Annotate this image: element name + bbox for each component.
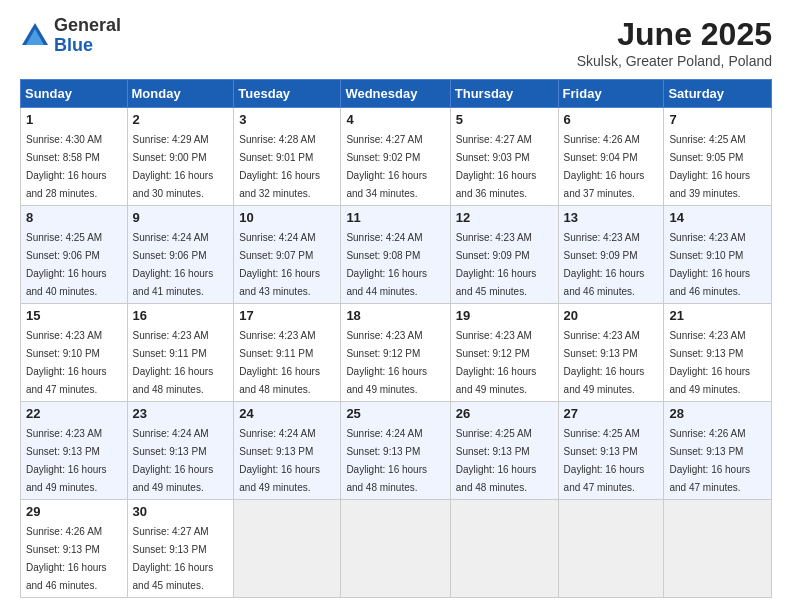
table-row: 24 Sunrise: 4:24 AMSunset: 9:13 PMDaylig… — [234, 402, 341, 500]
table-row: 6 Sunrise: 4:26 AMSunset: 9:04 PMDayligh… — [558, 108, 664, 206]
day-info: Sunrise: 4:28 AMSunset: 9:01 PMDaylight:… — [239, 134, 320, 199]
table-row: 16 Sunrise: 4:23 AMSunset: 9:11 PMDaylig… — [127, 304, 234, 402]
day-info: Sunrise: 4:25 AMSunset: 9:06 PMDaylight:… — [26, 232, 107, 297]
day-number: 25 — [346, 406, 444, 421]
day-number: 15 — [26, 308, 122, 323]
table-row: 26 Sunrise: 4:25 AMSunset: 9:13 PMDaylig… — [450, 402, 558, 500]
table-row: 28 Sunrise: 4:26 AMSunset: 9:13 PMDaylig… — [664, 402, 772, 500]
day-number: 27 — [564, 406, 659, 421]
table-row: 13 Sunrise: 4:23 AMSunset: 9:09 PMDaylig… — [558, 206, 664, 304]
day-number: 13 — [564, 210, 659, 225]
table-row: 2 Sunrise: 4:29 AMSunset: 9:00 PMDayligh… — [127, 108, 234, 206]
table-row: 30 Sunrise: 4:27 AMSunset: 9:13 PMDaylig… — [127, 500, 234, 598]
day-info: Sunrise: 4:24 AMSunset: 9:13 PMDaylight:… — [239, 428, 320, 493]
day-info: Sunrise: 4:26 AMSunset: 9:13 PMDaylight:… — [26, 526, 107, 591]
day-number: 5 — [456, 112, 553, 127]
day-number: 21 — [669, 308, 766, 323]
day-number: 11 — [346, 210, 444, 225]
day-info: Sunrise: 4:24 AMSunset: 9:13 PMDaylight:… — [133, 428, 214, 493]
table-row: 19 Sunrise: 4:23 AMSunset: 9:12 PMDaylig… — [450, 304, 558, 402]
day-info: Sunrise: 4:29 AMSunset: 9:00 PMDaylight:… — [133, 134, 214, 199]
day-number: 17 — [239, 308, 335, 323]
day-info: Sunrise: 4:23 AMSunset: 9:09 PMDaylight:… — [564, 232, 645, 297]
logo: General Blue — [20, 16, 121, 56]
table-row: 14 Sunrise: 4:23 AMSunset: 9:10 PMDaylig… — [664, 206, 772, 304]
day-number: 24 — [239, 406, 335, 421]
day-number: 30 — [133, 504, 229, 519]
day-info: Sunrise: 4:23 AMSunset: 9:11 PMDaylight:… — [239, 330, 320, 395]
day-number: 28 — [669, 406, 766, 421]
table-row: 29 Sunrise: 4:26 AMSunset: 9:13 PMDaylig… — [21, 500, 128, 598]
calendar-row: 22 Sunrise: 4:23 AMSunset: 9:13 PMDaylig… — [21, 402, 772, 500]
location: Skulsk, Greater Poland, Poland — [577, 53, 772, 69]
table-row: 27 Sunrise: 4:25 AMSunset: 9:13 PMDaylig… — [558, 402, 664, 500]
logo-icon — [20, 21, 50, 51]
day-number: 14 — [669, 210, 766, 225]
calendar-row: 8 Sunrise: 4:25 AMSunset: 9:06 PMDayligh… — [21, 206, 772, 304]
page: General Blue June 2025 Skulsk, Greater P… — [0, 0, 792, 612]
calendar-row: 1 Sunrise: 4:30 AMSunset: 8:58 PMDayligh… — [21, 108, 772, 206]
day-number: 6 — [564, 112, 659, 127]
table-row — [558, 500, 664, 598]
day-info: Sunrise: 4:23 AMSunset: 9:13 PMDaylight:… — [669, 330, 750, 395]
day-info: Sunrise: 4:23 AMSunset: 9:13 PMDaylight:… — [26, 428, 107, 493]
day-info: Sunrise: 4:30 AMSunset: 8:58 PMDaylight:… — [26, 134, 107, 199]
logo-text: General Blue — [54, 16, 121, 56]
day-number: 19 — [456, 308, 553, 323]
table-row — [341, 500, 450, 598]
header-thursday: Thursday — [450, 80, 558, 108]
day-info: Sunrise: 4:26 AMSunset: 9:04 PMDaylight:… — [564, 134, 645, 199]
day-number: 10 — [239, 210, 335, 225]
table-row: 25 Sunrise: 4:24 AMSunset: 9:13 PMDaylig… — [341, 402, 450, 500]
table-row: 12 Sunrise: 4:23 AMSunset: 9:09 PMDaylig… — [450, 206, 558, 304]
table-row: 18 Sunrise: 4:23 AMSunset: 9:12 PMDaylig… — [341, 304, 450, 402]
day-info: Sunrise: 4:24 AMSunset: 9:08 PMDaylight:… — [346, 232, 427, 297]
day-number: 12 — [456, 210, 553, 225]
table-row: 4 Sunrise: 4:27 AMSunset: 9:02 PMDayligh… — [341, 108, 450, 206]
calendar-row: 15 Sunrise: 4:23 AMSunset: 9:10 PMDaylig… — [21, 304, 772, 402]
table-row: 1 Sunrise: 4:30 AMSunset: 8:58 PMDayligh… — [21, 108, 128, 206]
table-row: 15 Sunrise: 4:23 AMSunset: 9:10 PMDaylig… — [21, 304, 128, 402]
header-tuesday: Tuesday — [234, 80, 341, 108]
table-row — [664, 500, 772, 598]
day-number: 1 — [26, 112, 122, 127]
calendar-table: Sunday Monday Tuesday Wednesday Thursday… — [20, 79, 772, 598]
day-number: 18 — [346, 308, 444, 323]
day-info: Sunrise: 4:27 AMSunset: 9:13 PMDaylight:… — [133, 526, 214, 591]
day-info: Sunrise: 4:25 AMSunset: 9:13 PMDaylight:… — [456, 428, 537, 493]
day-info: Sunrise: 4:23 AMSunset: 9:12 PMDaylight:… — [456, 330, 537, 395]
table-row: 8 Sunrise: 4:25 AMSunset: 9:06 PMDayligh… — [21, 206, 128, 304]
day-number: 16 — [133, 308, 229, 323]
header-saturday: Saturday — [664, 80, 772, 108]
day-number: 20 — [564, 308, 659, 323]
day-number: 9 — [133, 210, 229, 225]
day-info: Sunrise: 4:23 AMSunset: 9:13 PMDaylight:… — [564, 330, 645, 395]
table-row: 9 Sunrise: 4:24 AMSunset: 9:06 PMDayligh… — [127, 206, 234, 304]
table-row: 23 Sunrise: 4:24 AMSunset: 9:13 PMDaylig… — [127, 402, 234, 500]
table-row: 20 Sunrise: 4:23 AMSunset: 9:13 PMDaylig… — [558, 304, 664, 402]
day-info: Sunrise: 4:24 AMSunset: 9:06 PMDaylight:… — [133, 232, 214, 297]
day-number: 4 — [346, 112, 444, 127]
header-monday: Monday — [127, 80, 234, 108]
day-info: Sunrise: 4:26 AMSunset: 9:13 PMDaylight:… — [669, 428, 750, 493]
table-row: 11 Sunrise: 4:24 AMSunset: 9:08 PMDaylig… — [341, 206, 450, 304]
table-row: 17 Sunrise: 4:23 AMSunset: 9:11 PMDaylig… — [234, 304, 341, 402]
day-number: 26 — [456, 406, 553, 421]
table-row — [450, 500, 558, 598]
day-info: Sunrise: 4:24 AMSunset: 9:13 PMDaylight:… — [346, 428, 427, 493]
day-info: Sunrise: 4:25 AMSunset: 9:05 PMDaylight:… — [669, 134, 750, 199]
day-info: Sunrise: 4:23 AMSunset: 9:09 PMDaylight:… — [456, 232, 537, 297]
day-info: Sunrise: 4:27 AMSunset: 9:02 PMDaylight:… — [346, 134, 427, 199]
table-row: 22 Sunrise: 4:23 AMSunset: 9:13 PMDaylig… — [21, 402, 128, 500]
table-row: 5 Sunrise: 4:27 AMSunset: 9:03 PMDayligh… — [450, 108, 558, 206]
logo-blue: Blue — [54, 36, 121, 56]
table-row — [234, 500, 341, 598]
day-number: 23 — [133, 406, 229, 421]
header-row: Sunday Monday Tuesday Wednesday Thursday… — [21, 80, 772, 108]
day-info: Sunrise: 4:23 AMSunset: 9:11 PMDaylight:… — [133, 330, 214, 395]
header-friday: Friday — [558, 80, 664, 108]
day-number: 2 — [133, 112, 229, 127]
day-info: Sunrise: 4:23 AMSunset: 9:12 PMDaylight:… — [346, 330, 427, 395]
title-area: June 2025 Skulsk, Greater Poland, Poland — [577, 16, 772, 69]
day-number: 7 — [669, 112, 766, 127]
